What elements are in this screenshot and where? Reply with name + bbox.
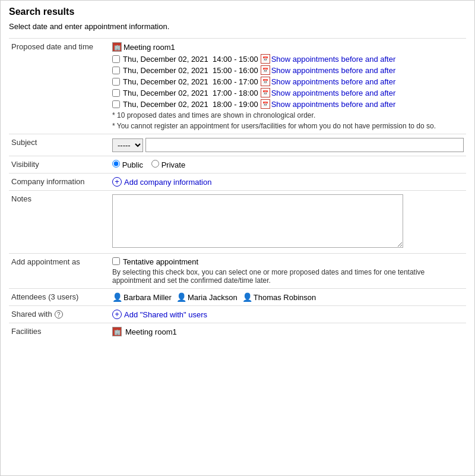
show-appointments-link-3[interactable]: Show appointments before and after <box>271 77 396 86</box>
attendee-2: 👤 Maria Jackson <box>176 292 238 302</box>
subject-input[interactable] <box>145 138 464 152</box>
proposed-note-1: * 10 proposed dates and times are shown … <box>112 111 464 119</box>
add-company-info-label: Add company information <box>124 178 211 187</box>
tentative-checkbox[interactable] <box>112 257 120 265</box>
notes-value <box>110 191 466 254</box>
time-slot-row: Thu, December 02, 2021 14:00 - 15:00 📅 S… <box>112 54 464 64</box>
add-shared-with-icon: + <box>112 310 122 319</box>
show-appointments-link-2[interactable]: Show appointments before and after <box>271 66 396 75</box>
shared-with-label: Shared with ? <box>9 306 110 323</box>
time-slot-checkbox-5[interactable] <box>112 100 120 108</box>
visibility-label: Visibility <box>9 156 110 174</box>
time-slot-checkbox-1[interactable] <box>112 55 120 63</box>
notes-textarea[interactable] <box>112 194 403 248</box>
attendee-name-2: Maria Jackson <box>188 293 238 302</box>
add-company-icon: + <box>112 177 122 187</box>
attendees-value: 👤 Barbara Miller 👤 Maria Jackson 👤 Thoma… <box>110 289 466 306</box>
subject-value: ----- <box>110 134 466 156</box>
time-slot-checkbox-4[interactable] <box>112 89 120 97</box>
time-slot-text-4: Thu, December 02, 2021 17:00 - 18:00 <box>123 89 258 97</box>
time-slot-checkbox-2[interactable] <box>112 67 120 74</box>
facility-name: Meeting room1 <box>124 43 175 52</box>
facilities-icon: 🏢 <box>112 327 122 336</box>
subject-label: Subject <box>9 134 110 156</box>
proposed-date-label: Proposed date and time <box>9 39 110 134</box>
company-info-value: + Add company information <box>110 174 466 191</box>
attendee-3: 👤 Thomas Robinson <box>242 292 316 302</box>
user-icon-2: 👤 <box>176 292 186 302</box>
shared-with-text: Shared with <box>11 310 52 319</box>
visibility-private-label: Private <box>162 160 185 169</box>
user-icon-3: 👤 <box>242 292 252 302</box>
proposed-date-value: 🏢 Meeting room1 Thu, December 02, 2021 1… <box>110 39 466 134</box>
calendar-icon-4: 📅 <box>261 88 270 97</box>
visibility-public-label: Public <box>122 160 143 169</box>
time-slot-text-2: Thu, December 02, 2021 15:00 - 16:00 <box>123 66 258 75</box>
subject-select[interactable]: ----- <box>112 138 143 152</box>
attendees-label: Attendees (3 users) <box>9 289 110 306</box>
calendar-icon-5: 📅 <box>261 99 270 109</box>
attendee-name-1: Barbara Miller <box>124 293 172 302</box>
show-appointments-link-4[interactable]: Show appointments before and after <box>271 89 396 97</box>
tentative-label: Tentative appointment <box>123 257 198 266</box>
time-slot-text-1: Thu, December 02, 2021 14:00 - 15:00 <box>123 55 258 64</box>
time-slot-row: Thu, December 02, 2021 16:00 - 17:00 📅 S… <box>112 77 464 86</box>
help-icon[interactable]: ? <box>55 310 63 319</box>
facilities-name: Meeting room1 <box>125 327 177 336</box>
shared-with-value: + Add "Shared with" users <box>110 306 466 323</box>
attendee-1: 👤 Barbara Miller <box>112 292 172 302</box>
show-appointments-link-1[interactable]: Show appointments before and after <box>271 55 396 64</box>
calendar-icon-1: 📅 <box>261 54 270 64</box>
time-slot-text-3: Thu, December 02, 2021 16:00 - 17:00 <box>123 77 258 86</box>
proposed-note-2: * You cannot register an appointment for… <box>112 122 464 130</box>
visibility-value: Public Private <box>110 156 466 174</box>
add-shared-with-link[interactable]: + Add "Shared with" users <box>112 310 207 319</box>
facilities-label: Facilities <box>9 323 110 341</box>
time-slot-row: Thu, December 02, 2021 18:00 - 19:00 📅 S… <box>112 99 464 109</box>
company-info-label: Company information <box>9 174 110 191</box>
calendar-icon-2: 📅 <box>261 65 270 75</box>
visibility-private-option[interactable]: Private <box>151 160 185 169</box>
tentative-description: By selecting this check box, you can sel… <box>112 268 464 285</box>
time-slot-text-5: Thu, December 02, 2021 18:00 - 19:00 <box>123 100 258 109</box>
visibility-public-option[interactable]: Public <box>112 160 143 169</box>
facilities-value: 🏢 Meeting room1 <box>110 323 466 341</box>
visibility-public-radio[interactable] <box>112 160 120 168</box>
show-appointments-link-5[interactable]: Show appointments before and after <box>271 100 396 109</box>
add-shared-with-label: Add "Shared with" users <box>124 310 207 319</box>
page-subtitle: Select date and enter appointment inform… <box>9 22 466 31</box>
page-title: Search results <box>9 7 466 17</box>
time-slot-row: Thu, December 02, 2021 17:00 - 18:00 📅 S… <box>112 88 464 97</box>
attendee-name-3: Thomas Robinson <box>254 293 316 302</box>
add-company-info-link[interactable]: + Add company information <box>112 177 211 187</box>
calendar-icon-3: 📅 <box>261 77 270 86</box>
time-slot-checkbox-3[interactable] <box>112 78 120 86</box>
add-appointment-as-label: Add appointment as <box>9 254 110 289</box>
facility-icon: 🏢 <box>112 42 122 52</box>
add-appointment-as-value: Tentative appointment By selecting this … <box>110 254 466 289</box>
user-icon-1: 👤 <box>112 292 122 302</box>
notes-label: Notes <box>9 191 110 254</box>
time-slot-row: Thu, December 02, 2021 15:00 - 16:00 📅 S… <box>112 65 464 75</box>
visibility-private-radio[interactable] <box>151 160 159 168</box>
